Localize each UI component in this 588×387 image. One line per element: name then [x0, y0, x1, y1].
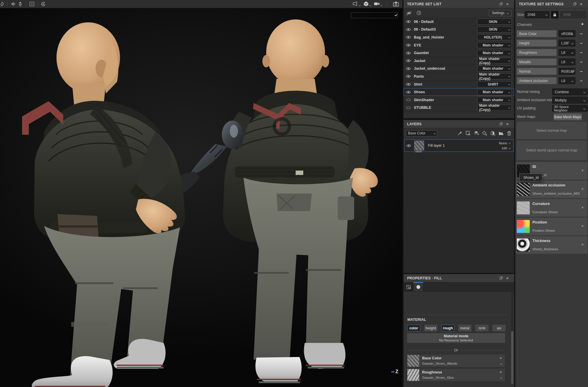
- clear-resource-icon[interactable]: ×: [499, 356, 502, 360]
- close-icon[interactable]: ×: [504, 275, 511, 281]
- add-folder-icon[interactable]: [498, 130, 504, 137]
- frame-center-icon[interactable]: [28, 1, 35, 8]
- undock-icon[interactable]: [572, 1, 578, 7]
- mirror-horizontal-icon[interactable]: [10, 1, 17, 8]
- layer-name[interactable]: Fill layer 1: [428, 144, 445, 148]
- solo-visibility-icon[interactable]: [417, 11, 421, 15]
- shader-dropdown[interactable]: SHIRT: [477, 81, 512, 87]
- channel-name-button[interactable]: Metallic: [517, 59, 557, 65]
- viewport-3d[interactable]: Z: [0, 8, 402, 387]
- opacity-dropdown[interactable]: 100: [502, 146, 510, 150]
- mesh-map-slot-ambient-occlusion[interactable]: Ambient occlusion Shoes_ambient_occlusio…: [516, 181, 587, 198]
- texture-set-row-selected[interactable]: Shoes Main shader: [404, 88, 514, 96]
- shader-dropdown[interactable]: Main shader (Copy): [477, 105, 512, 111]
- channel-filter-dropdown[interactable]: Base Color: [406, 130, 437, 136]
- remove-channel-icon[interactable]: −: [579, 31, 583, 36]
- screenshot-icon[interactable]: [392, 1, 399, 8]
- clear-mesh-map-icon[interactable]: ×: [581, 169, 584, 172]
- scrollbar-thumb[interactable]: [511, 331, 513, 384]
- texture-set-row[interactable]: Shirt SHIRT: [404, 81, 514, 89]
- delete-layer-icon[interactable]: [507, 130, 512, 137]
- close-icon[interactable]: ×: [504, 121, 511, 127]
- channel-toggle-height[interactable]: height: [424, 325, 437, 331]
- visibility-eye-icon[interactable]: [406, 36, 411, 39]
- shader-dropdown[interactable]: Main shader: [477, 42, 512, 48]
- texture-set-row[interactable]: 06 - Default SKIN: [404, 18, 514, 26]
- channel-format-dropdown[interactable]: L8: [559, 77, 575, 84]
- visibility-eye-icon[interactable]: [406, 67, 411, 70]
- layer-thumbnail[interactable]: [414, 141, 424, 151]
- smart-pick-wand-icon[interactable]: [457, 130, 462, 137]
- visibility-eye-icon[interactable]: [406, 20, 411, 23]
- shader-dropdown[interactable]: Main shader (Copy): [477, 73, 512, 79]
- ao-mixing-dropdown[interactable]: Multiply: [552, 97, 587, 104]
- clear-resource-icon[interactable]: ×: [499, 370, 502, 374]
- add-fill-layer-icon[interactable]: [465, 130, 471, 137]
- tab-parameters[interactable]: [404, 283, 413, 291]
- close-icon[interactable]: ×: [504, 1, 511, 7]
- size-dropdown[interactable]: 2048: [525, 11, 549, 18]
- visibility-eye-icon[interactable]: [406, 59, 411, 62]
- clear-mesh-map-icon[interactable]: ×: [581, 243, 584, 246]
- visibility-eye-icon[interactable]: [406, 83, 411, 86]
- texture-set-row[interactable]: 06 - Default3 SKIN: [404, 26, 514, 34]
- remove-channel-icon[interactable]: −: [579, 59, 583, 64]
- shader-dropdown[interactable]: HOLSTER): [477, 34, 512, 40]
- clear-mesh-map-icon[interactable]: ×: [581, 206, 584, 209]
- clear-mesh-map-icon[interactable]: ×: [581, 224, 584, 228]
- uv-padding-dropdown[interactable]: 3D Space Neighbor: [552, 105, 587, 112]
- display-mode-icon[interactable]: [352, 1, 360, 8]
- shader-dropdown[interactable]: Main shader: [477, 50, 512, 56]
- undock-icon[interactable]: [498, 275, 504, 281]
- shader-dropdown[interactable]: Main shader: [477, 89, 512, 95]
- close-icon[interactable]: ×: [578, 1, 584, 7]
- roughness-resource-slot[interactable]: Roughness Gawain_Shoes_Glos ×: [407, 369, 505, 381]
- channel-format-dropdown[interactable]: L8: [559, 59, 575, 65]
- channel-toggle-nrm[interactable]: nrm: [475, 325, 489, 331]
- select-normal-map-button[interactable]: Select normal map: [517, 122, 587, 139]
- visibility-eye-off-icon[interactable]: [406, 98, 411, 101]
- undock-icon[interactable]: [498, 1, 504, 7]
- remove-channel-icon[interactable]: −: [579, 69, 583, 74]
- shader-dropdown[interactable]: SKIN: [477, 19, 512, 25]
- axis-gizmo-label[interactable]: Z: [391, 369, 398, 375]
- texture-set-row[interactable]: EYE Main shader: [404, 41, 514, 49]
- visibility-eye-icon[interactable]: [406, 44, 411, 47]
- select-world-space-normal-map-button[interactable]: Select world space normal map: [517, 141, 587, 160]
- channel-format-dropdown[interactable]: L8: [559, 49, 575, 56]
- channel-format-dropdown[interactable]: RGB16F: [559, 68, 575, 75]
- layer-visibility-eye-icon[interactable]: [406, 144, 411, 147]
- mirror-vertical-icon[interactable]: [17, 1, 24, 8]
- visibility-eye-icon[interactable]: [406, 75, 411, 78]
- texture-set-row[interactable]: Jacket Main shader (Copy): [404, 57, 514, 65]
- shader-dropdown[interactable]: Main shader: [477, 66, 512, 72]
- base-color-resource-slot[interactable]: Base Color Gawain_Shoes_Albedo ×: [407, 355, 505, 367]
- shader-dropdown[interactable]: Main shader: [477, 97, 512, 103]
- settings-button[interactable]: Settings: [489, 10, 512, 16]
- geometry-mode-icon[interactable]: [363, 1, 371, 8]
- mesh-map-slot-thickness[interactable]: Thickness Shoes_thickness ×: [516, 236, 587, 254]
- chevron-down-icon[interactable]: [500, 377, 502, 379]
- remove-channel-icon[interactable]: −: [579, 50, 583, 55]
- pen-tool-icon[interactable]: [0, 1, 5, 8]
- undock-icon[interactable]: [498, 121, 504, 127]
- add-fill-icon[interactable]: [482, 130, 487, 137]
- material-mode-button[interactable]: Material mode No Resource Selected: [407, 333, 505, 343]
- bake-mesh-maps-button[interactable]: Bake Mesh Maps: [554, 114, 582, 120]
- channel-name-button[interactable]: Roughness: [517, 49, 557, 56]
- size-height-input[interactable]: 2048: [560, 11, 586, 18]
- reset-rotation-icon[interactable]: [40, 1, 47, 8]
- mesh-map-slot-curvature[interactable]: Curvature Curvature Shoes ×: [516, 199, 587, 217]
- channel-name-button[interactable]: Height: [517, 40, 557, 46]
- texture-set-row[interactable]: Jacket_undercoat Main shader: [404, 65, 514, 73]
- texture-set-row[interactable]: Gauntlet Main shader: [404, 49, 514, 57]
- channel-name-button[interactable]: Ambient occlusion: [517, 77, 557, 84]
- chevron-down-icon[interactable]: [500, 363, 502, 365]
- add-channel-icon[interactable]: +: [581, 21, 584, 27]
- texture-set-row[interactable]: STUBBLE Main shader (Copy): [404, 104, 514, 112]
- visibility-eye-icon[interactable]: [406, 51, 411, 55]
- texture-set-row[interactable]: Bag_and_Holster HOLSTER): [404, 34, 514, 41]
- camera-mode-icon[interactable]: [374, 1, 382, 8]
- normal-mixing-dropdown[interactable]: Combine: [552, 89, 587, 95]
- clear-mesh-map-icon[interactable]: ×: [581, 187, 584, 191]
